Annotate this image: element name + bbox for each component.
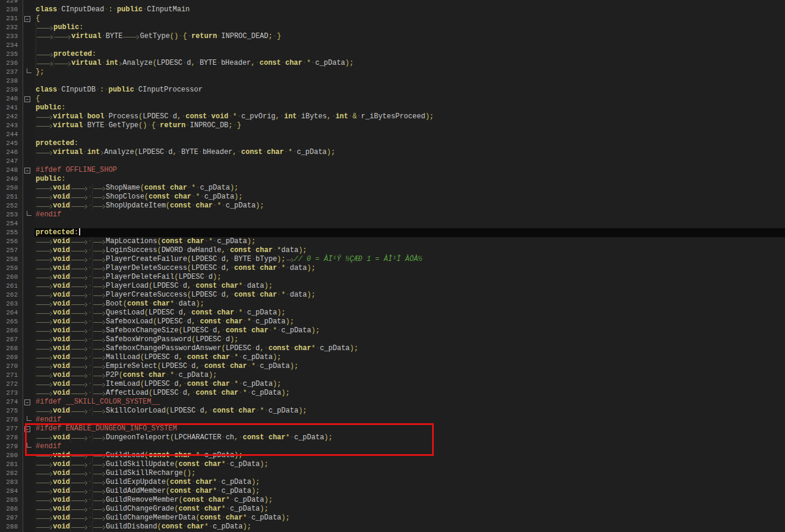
code-line[interactable]: 244 <box>0 130 785 139</box>
line-number[interactable]: 277 <box>0 424 18 433</box>
code-line[interactable]: 268void·SafeboxChangePasswordAnswer(LPDE… <box>0 344 785 353</box>
code-line[interactable]: 270void·EmpireSelect(LPDESC·d,·const·cha… <box>0 362 785 371</box>
code-line[interactable]: 234 <box>0 41 785 50</box>
code-line[interactable]: 229 <box>0 0 785 5</box>
code-line[interactable]: 232public: <box>0 23 785 32</box>
line-number[interactable]: 281 <box>0 460 18 469</box>
line-number[interactable]: 244 <box>0 130 18 139</box>
line-number[interactable]: 240 <box>0 95 18 103</box>
fold-collapse-icon[interactable] <box>24 168 30 174</box>
line-number[interactable]: 278 <box>0 433 18 442</box>
line-number[interactable]: 256 <box>0 237 18 246</box>
code-line[interactable]: 253#endif <box>0 210 785 219</box>
code-line[interactable]: 246virtual·intAnalyze(LPDESC·d,·BYTE·bHe… <box>0 148 785 157</box>
code-line[interactable]: 264void·QuestLoad(LPDESC·d,·const·char·*… <box>0 309 785 317</box>
line-number[interactable]: 251 <box>0 193 18 202</box>
code-line[interactable]: 248#ifdef OFFLINE_SHOP <box>0 166 785 175</box>
line-number[interactable]: 235 <box>0 50 18 59</box>
code-line[interactable]: 245protected: <box>0 139 785 148</box>
line-number[interactable]: 258 <box>0 255 18 264</box>
code-line[interactable]: 284void·GuildAddMember(const·char*·c_pDa… <box>0 487 785 496</box>
code-line[interactable]: 287void·GuildChangeMemberData(const·char… <box>0 514 785 522</box>
code-line[interactable]: 260void·PlayerDeleteFail(LPDESC·d); <box>0 273 785 282</box>
fold-collapse-icon[interactable] <box>24 399 30 405</box>
line-number[interactable]: 267 <box>0 335 18 344</box>
code-line[interactable]: 283void·GuildExpUpdate(const·char*·c_pDa… <box>0 478 785 487</box>
code-line[interactable]: 241public: <box>0 103 785 112</box>
line-number[interactable]: 232 <box>0 23 18 32</box>
code-line[interactable]: 233virtual·BYTEGetType()·{·return·INPROC… <box>0 32 785 41</box>
line-number[interactable]: 283 <box>0 478 18 487</box>
code-line[interactable]: 263void·Boot(const·char*·data); <box>0 300 785 309</box>
line-number[interactable]: 273 <box>0 389 18 398</box>
code-line[interactable]: 262void·PlayerCreateSuccess(LPDESC·d,·co… <box>0 291 785 300</box>
line-number[interactable]: 265 <box>0 317 18 326</box>
line-number[interactable]: 252 <box>0 202 18 210</box>
code-line[interactable]: 231{ <box>0 14 785 23</box>
line-number[interactable]: 260 <box>0 273 18 282</box>
code-line[interactable]: 281void·GuildSkillUpdate(const·char*·c_p… <box>0 460 785 469</box>
line-number[interactable]: 261 <box>0 282 18 291</box>
code-line[interactable]: 235protected: <box>0 50 785 59</box>
code-line[interactable]: 285void·GuildRemoveMember(const·char*·c_… <box>0 496 785 505</box>
code-line[interactable]: 240{ <box>0 95 785 103</box>
code-line[interactable]: 236virtual·intAnalyze(LPDESC·d,·BYTE·bHe… <box>0 59 785 68</box>
code-line[interactable]: 258void·PlayerCreateFailure(LPDESC·d,·BY… <box>0 255 785 264</box>
line-number[interactable]: 285 <box>0 496 18 505</box>
line-number[interactable]: 250 <box>0 184 18 193</box>
line-number[interactable]: 284 <box>0 487 18 496</box>
line-number[interactable]: 236 <box>0 59 18 68</box>
code-line[interactable]: 274#ifdef __SKILL_COLOR_SYSTEM__ <box>0 398 785 407</box>
code-line[interactable]: 255protected: <box>0 228 785 237</box>
line-number[interactable]: 269 <box>0 353 18 362</box>
code-line[interactable]: 247 <box>0 157 785 166</box>
code-line[interactable]: 271void·P2P(const·char·*·c_pData); <box>0 371 785 380</box>
code-line[interactable]: 249public: <box>0 175 785 184</box>
line-number[interactable]: 263 <box>0 300 18 309</box>
line-number[interactable]: 266 <box>0 326 18 335</box>
line-number[interactable]: 254 <box>0 219 18 228</box>
line-number[interactable]: 242 <box>0 112 18 121</box>
code-line[interactable]: 254 <box>0 219 785 228</box>
code-line[interactable]: 266void·SafeboxChangeSize(LPDESC·d,·cons… <box>0 326 785 335</box>
code-line[interactable]: 267void·SafeboxWrongPassword(LPDESC·d); <box>0 335 785 344</box>
line-number[interactable]: 288 <box>0 522 18 531</box>
code-line[interactable]: 288void·GuildDisband(const·char*·c_pData… <box>0 522 785 531</box>
line-number[interactable]: 262 <box>0 291 18 300</box>
line-number[interactable]: 237 <box>0 68 18 77</box>
code-line[interactable]: 243virtual·BYTE·GetType()·{·return·INPRO… <box>0 121 785 130</box>
code-line[interactable]: 257void·LoginSuccess(DWORD·dwHandle,·con… <box>0 246 785 255</box>
line-number[interactable]: 234 <box>0 41 18 50</box>
line-number[interactable]: 280 <box>0 451 18 460</box>
line-number[interactable]: 231 <box>0 14 18 23</box>
line-number[interactable]: 286 <box>0 505 18 514</box>
line-number[interactable]: 239 <box>0 86 18 95</box>
line-number[interactable]: 247 <box>0 157 18 166</box>
code-line[interactable]: 252void·ShopUpdateItem(const·char·*·c_pD… <box>0 202 785 210</box>
line-number[interactable]: 271 <box>0 371 18 380</box>
code-line[interactable]: 242virtual·bool·Process(LPDESC·d,·const·… <box>0 112 785 121</box>
line-number[interactable]: 275 <box>0 407 18 415</box>
line-number[interactable]: 264 <box>0 309 18 317</box>
line-number[interactable]: 279 <box>0 442 18 451</box>
code-line[interactable]: 239class·CInputDB·:·public·CInputProcess… <box>0 86 785 95</box>
code-line[interactable]: 238 <box>0 77 785 86</box>
line-number[interactable]: 255 <box>0 228 18 237</box>
code-line[interactable]: 269void·MallLoad(LPDESC·d,·const·char·*·… <box>0 353 785 362</box>
line-number[interactable]: 259 <box>0 264 18 273</box>
code-line[interactable]: 261void·PlayerLoad(LPDESC·d,·const·char*… <box>0 282 785 291</box>
line-number[interactable]: 246 <box>0 148 18 157</box>
code-line[interactable]: 251void·ShopClose(const·char·*·c_pData); <box>0 193 785 202</box>
line-number[interactable]: 270 <box>0 362 18 371</box>
fold-collapse-icon[interactable] <box>24 16 30 22</box>
line-number[interactable]: 248 <box>0 166 18 175</box>
line-number[interactable]: 253 <box>0 210 18 219</box>
code-line[interactable]: 275void·SkillColorLoad(LPDESC·d,·const·c… <box>0 407 785 415</box>
line-number[interactable]: 276 <box>0 415 18 424</box>
line-number[interactable]: 272 <box>0 380 18 389</box>
line-number[interactable]: 274 <box>0 398 18 407</box>
line-number[interactable]: 241 <box>0 103 18 112</box>
line-number[interactable]: 257 <box>0 246 18 255</box>
fold-collapse-icon[interactable] <box>24 96 30 102</box>
line-number[interactable]: 249 <box>0 175 18 184</box>
